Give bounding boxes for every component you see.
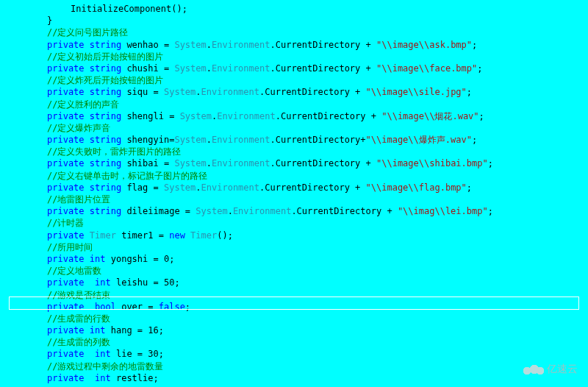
code-line: //定义初始后开始按钮的图片 (47, 51, 588, 63)
code-line: //定义爆炸声音 (47, 122, 588, 134)
code-line: //游戏过程中剩余的地雷数量 (47, 361, 588, 372)
code-line: //生成雷的列数 (47, 336, 588, 348)
code-line: //所用时间 (47, 241, 588, 253)
code-line: private string shibai = System.Environme… (47, 157, 588, 169)
code-line: private int restlie; (47, 372, 588, 384)
code-line: private int leishu = 50; (47, 277, 588, 288)
code-line: private string shengyin=System.Environme… (47, 134, 588, 146)
code-line: //定义炸死后开始按钮的图片 (47, 74, 588, 86)
code-line: private int hang = 16; (47, 324, 588, 336)
code-line: //生成雷的行数 (47, 313, 588, 324)
code-line: //定义问号图片路径 (47, 26, 588, 38)
code-line: private int lie = 30; (47, 348, 588, 360)
code-line: private string dileiimage = System.Envir… (47, 205, 588, 217)
code-line: //地雷图片位置 (47, 194, 588, 205)
code-line: InitializeComponent(); (47, 3, 588, 15)
code-line: } (47, 15, 588, 26)
code-line: private bool over = false; (47, 301, 588, 313)
code-line: //定义胜利的声音 (47, 99, 588, 110)
code-line: //游戏是否结束 (47, 289, 588, 301)
code-line: //计时器 (47, 217, 588, 229)
code-line: private string siqu = System.Environment… (47, 86, 588, 98)
code-line: //定义右键单击时，标记旗子图片的路径 (47, 170, 588, 182)
code-line: //定义失败时，雷炸开图片的路径 (47, 146, 588, 157)
code-line: //定义地雷数 (47, 265, 588, 277)
code-line: private string chushi = System.Environme… (47, 63, 588, 74)
code-line: private string wenhao = System.Environme… (47, 39, 588, 51)
code-block: InitializeComponent();}//定义问号图片路径private… (0, 0, 588, 384)
code-line: private Timer timer1 = new Timer(); (47, 230, 588, 241)
code-line: private int yongshi = 0; (47, 253, 588, 265)
code-line: private string flag = System.Environment… (47, 182, 588, 194)
code-line: private string shengli = System.Environm… (47, 110, 588, 122)
